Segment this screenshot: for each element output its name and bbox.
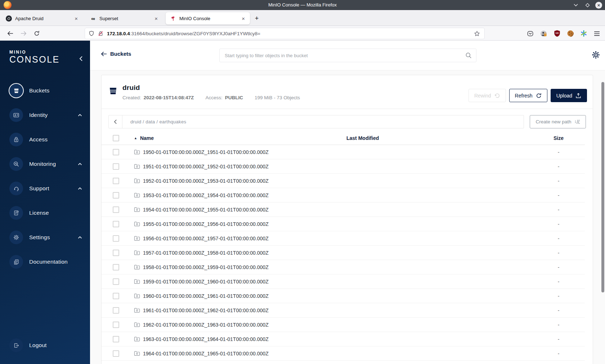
table-row[interactable]: 1952-01-01T00:00:00.000Z_1953-01-01T00:0… bbox=[102, 174, 585, 188]
row-checkbox[interactable] bbox=[113, 192, 119, 199]
row-checkbox[interactable] bbox=[113, 278, 119, 285]
object-name: 1953-01-01T00:00:00.000Z_1954-01-01T00:0… bbox=[143, 192, 269, 198]
sidebar-item-support[interactable]: Support bbox=[0, 176, 90, 201]
sidebar-item-logout[interactable]: Logout bbox=[0, 333, 90, 358]
url-bar[interactable]: 172.18.0.4:31664/buckets/druid/browse/ZG… bbox=[85, 28, 484, 39]
object-name: 1951-01-01T00:00:00.000Z_1952-01-01T00:0… bbox=[143, 164, 269, 169]
row-checkbox[interactable] bbox=[113, 350, 119, 357]
menu-icon[interactable] bbox=[593, 30, 601, 37]
bucket-summary: 199 MiB - 73 Objects bbox=[255, 95, 300, 100]
row-checkbox[interactable] bbox=[113, 221, 119, 227]
bucket-icon bbox=[108, 86, 118, 109]
window-close-icon[interactable]: × bbox=[595, 2, 602, 9]
table-row[interactable]: 1955-01-01T00:00:00.000Z_1956-01-01T00:0… bbox=[102, 217, 585, 231]
breadcrumb[interactable]: druid / data / earthquakes bbox=[130, 119, 186, 124]
insecure-lock-icon[interactable] bbox=[98, 30, 104, 37]
refresh-button[interactable]: Refresh bbox=[509, 89, 547, 102]
chevron-up-icon[interactable] bbox=[78, 163, 82, 165]
row-checkbox[interactable] bbox=[113, 149, 119, 155]
sort-asc-icon[interactable]: ▲ bbox=[134, 136, 137, 140]
row-checkbox[interactable] bbox=[113, 178, 119, 184]
object-name: 1963-01-01T00:00:00.000Z_1964-01-01T00:0… bbox=[143, 336, 269, 342]
table-row[interactable]: 1953-01-01T00:00:00.000Z_1954-01-01T00:0… bbox=[102, 188, 585, 203]
row-checkbox[interactable] bbox=[113, 235, 119, 242]
folder-icon bbox=[134, 336, 140, 342]
sidebar-item-monitoring[interactable]: Monitoring bbox=[0, 152, 90, 176]
sidebar-item-license[interactable]: License bbox=[0, 201, 90, 225]
sidebar-collapse-icon[interactable] bbox=[79, 56, 83, 62]
table-row[interactable]: 1960-01-01T00:00:00.000Z_1961-01-01T00:0… bbox=[102, 289, 585, 303]
column-name[interactable]: Name bbox=[140, 135, 154, 141]
tab-superset[interactable]: ∞ Superset × bbox=[86, 12, 163, 24]
cookie-icon[interactable] bbox=[566, 30, 574, 37]
sidebar-item-label: License bbox=[29, 210, 49, 216]
table-row[interactable]: 1950-01-01T00:00:00.000Z_1951-01-01T00:0… bbox=[102, 145, 585, 159]
row-checkbox[interactable] bbox=[113, 307, 119, 314]
tab-close-icon[interactable]: × bbox=[153, 15, 159, 22]
back-button[interactable] bbox=[5, 28, 15, 38]
filter-objects-input[interactable] bbox=[220, 53, 465, 58]
row-checkbox[interactable] bbox=[113, 322, 119, 328]
folder-icon bbox=[134, 264, 140, 270]
object-name: 1952-01-01T00:00:00.000Z_1953-01-01T00:0… bbox=[143, 178, 269, 184]
table-row[interactable]: 1959-01-01T00:00:00.000Z_1960-01-01T00:0… bbox=[102, 274, 585, 289]
sidebar-item-identity[interactable]: Identity bbox=[0, 103, 90, 127]
bookmark-star-icon[interactable] bbox=[474, 31, 480, 37]
table-row[interactable]: 1957-01-01T00:00:00.000Z_1958-01-01T00:0… bbox=[102, 246, 585, 260]
pocket-icon[interactable] bbox=[526, 30, 534, 37]
sidebar-item-documentation[interactable]: Documentation bbox=[0, 250, 90, 274]
table-row[interactable]: 1954-01-01T00:00:00.000Z_1955-01-01T00:0… bbox=[102, 203, 585, 217]
back-to-buckets-link[interactable]: Buckets bbox=[101, 51, 131, 57]
search-icon bbox=[465, 52, 472, 59]
window-maximize-icon[interactable] bbox=[584, 1, 591, 9]
ublock-icon[interactable]: UO bbox=[553, 30, 561, 37]
extension-asterisk-icon[interactable] bbox=[580, 30, 587, 37]
tab-apache-druid[interactable]: Apache Druid × bbox=[1, 12, 83, 24]
chevron-up-icon[interactable] bbox=[78, 114, 82, 117]
row-checkbox[interactable] bbox=[113, 264, 119, 270]
table-row[interactable]: 1956-01-01T00:00:00.000Z_1957-01-01T00:0… bbox=[102, 231, 585, 246]
row-checkbox[interactable] bbox=[113, 163, 119, 170]
folder-icon bbox=[134, 308, 140, 313]
create-new-path-button[interactable]: Create new path bbox=[530, 115, 586, 128]
url-text[interactable]: 172.18.0.4:31664/buckets/druid/browse/ZG… bbox=[107, 31, 474, 36]
tracking-shield-icon[interactable] bbox=[89, 30, 94, 37]
console-settings-gear-icon[interactable] bbox=[591, 50, 600, 59]
row-checkbox[interactable] bbox=[113, 336, 119, 342]
table-row[interactable]: 1964-01-01T00:00:00.000Z_1965-01-01T00:0… bbox=[102, 346, 585, 361]
table-row[interactable]: 1961-01-01T00:00:00.000Z_1962-01-01T00:0… bbox=[102, 303, 585, 318]
table-row[interactable]: 1962-01-01T00:00:00.000Z_1963-01-01T00:0… bbox=[102, 318, 585, 332]
reload-button[interactable] bbox=[32, 28, 42, 38]
table-row[interactable]: 1963-01-01T00:00:00.000Z_1964-01-01T00:0… bbox=[102, 332, 585, 346]
chevron-up-icon[interactable] bbox=[78, 187, 82, 190]
tab-minio-console[interactable]: MinIO Console × bbox=[166, 12, 250, 24]
tab-close-icon[interactable]: × bbox=[73, 15, 79, 22]
row-checkbox[interactable] bbox=[113, 293, 119, 299]
rewind-button[interactable]: Rewind bbox=[469, 89, 506, 102]
page-scrollbar[interactable] bbox=[601, 82, 604, 292]
window-title: MinIO Console — Mozilla Firefox bbox=[0, 0, 605, 10]
row-checkbox[interactable] bbox=[113, 250, 119, 256]
forward-button[interactable] bbox=[18, 28, 28, 38]
breadcrumb-back-chevron-icon[interactable] bbox=[109, 115, 122, 128]
profile-lock-icon[interactable] bbox=[540, 30, 547, 37]
table-row[interactable]: 1958-01-01T00:00:00.000Z_1959-01-01T00:0… bbox=[102, 260, 585, 274]
sidebar-item-access[interactable]: Access bbox=[0, 127, 90, 152]
chevron-up-icon[interactable] bbox=[78, 236, 82, 239]
select-all-checkbox[interactable] bbox=[113, 135, 119, 141]
upload-button[interactable]: Upload bbox=[551, 89, 587, 102]
window-minimize-icon[interactable] bbox=[572, 1, 579, 9]
logo-console: CONSOLE bbox=[9, 55, 60, 64]
sidebar-item-buckets[interactable]: Buckets bbox=[0, 78, 90, 103]
folder-icon bbox=[134, 322, 140, 327]
tab-close-icon[interactable]: × bbox=[240, 15, 246, 22]
url-host: 172.18.0.4 bbox=[107, 31, 130, 36]
column-size[interactable]: Size bbox=[532, 135, 586, 141]
new-tab-button[interactable]: + bbox=[252, 14, 261, 23]
bucket-icon bbox=[9, 84, 23, 97]
svg-text:UO: UO bbox=[555, 32, 559, 34]
column-last-modified[interactable]: Last Modified bbox=[346, 135, 532, 141]
table-row[interactable]: 1951-01-01T00:00:00.000Z_1952-01-01T00:0… bbox=[102, 159, 585, 174]
row-checkbox[interactable] bbox=[113, 206, 119, 213]
sidebar-item-settings[interactable]: Settings bbox=[0, 225, 90, 250]
